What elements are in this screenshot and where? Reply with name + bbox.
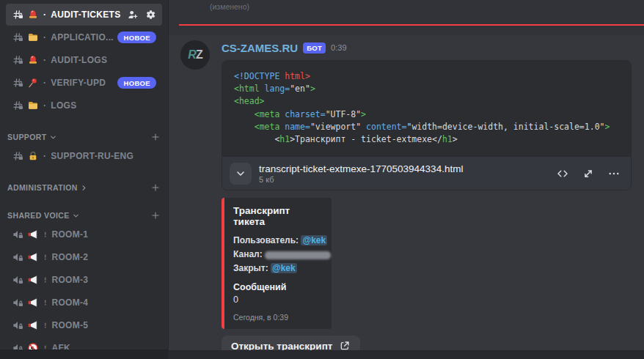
user-panel-strip — [0, 349, 168, 359]
create-channel-plus-icon[interactable] — [150, 182, 161, 193]
embed-field-value: 0 — [233, 295, 323, 305]
create-channel-plus-icon[interactable] — [150, 132, 161, 142]
code-line: <!DOCTYPE html> — [234, 70, 619, 83]
channel-name: LOGS — [51, 100, 76, 111]
code-line: <h1>Транскрипт - ticket-extmexe</h1> — [234, 133, 619, 146]
code-line: <meta name="viewport" content="width=dev… — [234, 121, 619, 133]
channel-verify-upd[interactable]: ·VERIFY-UPDНОВОЕ — [6, 72, 162, 94]
embed-row: Канал: — [233, 248, 323, 262]
channel-name: AUDIT-TICKETS — [51, 10, 120, 20]
channel-name-separator: ⁝ — [44, 298, 47, 308]
voice-channel-room-2[interactable]: ⁝ROOM-2 — [6, 246, 162, 268]
avatar[interactable]: RZ — [180, 40, 210, 70]
file-size: 5 кб — [259, 175, 463, 184]
embed-field-name: Сообщений — [233, 282, 323, 292]
create-channel-button[interactable] — [150, 182, 161, 193]
channel-name-separator: ⁝ — [44, 253, 47, 262]
username[interactable]: CS-ZAMES.RU — [222, 42, 298, 54]
chevron-down-icon — [235, 168, 246, 180]
create-channel-button[interactable] — [150, 210, 161, 221]
chevron-right-icon — [80, 184, 88, 192]
category-support[interactable]: SUPPORT — [0, 130, 168, 144]
channel-applicatio-[interactable]: ·APPLICATIO...НОВОЕ — [6, 26, 162, 48]
category-administration[interactable]: ADMINISTRATION — [0, 180, 168, 195]
text-channel-locked-icon — [12, 77, 23, 89]
megaphone-emoji-icon — [27, 229, 39, 240]
channel-sidebar: ·AUDIT-TICKETS ·APPLICATIO...НОВОЕ ·AUDI… — [0, 0, 169, 359]
message-header: CS-ZAMES.RU БОТ 0:39 — [222, 40, 632, 55]
siren-emoji-icon — [27, 9, 39, 21]
code-line: <meta charset="UTF-8"> — [234, 108, 619, 121]
channel-name: VERIFY-UPD — [51, 78, 106, 88]
code-preview: <!DOCTYPE html><html lang="en"><head> <m… — [222, 61, 631, 156]
text-channel-locked-icon — [12, 9, 23, 21]
embed-row-label: Канал: — [233, 249, 265, 259]
collapse-preview-button[interactable] — [230, 163, 252, 185]
channel-name: ROOM-3 — [52, 275, 89, 285]
channel-audit-logs[interactable]: ·AUDIT-LOGS — [6, 49, 162, 71]
chat-area: (изменено) RZ CS-ZAMES.RU БОТ 0:39 <!DOC… — [169, 0, 644, 359]
voice-channel-locked-icon — [12, 251, 23, 263]
file-actions — [556, 167, 621, 180]
chevron-down-icon — [72, 212, 80, 220]
edit-channel-gear-icon[interactable] — [144, 9, 156, 21]
channel-name-separator: ⁝ — [44, 275, 47, 285]
category-label: SHARED VOICE — [7, 211, 70, 220]
siren-emoji-icon — [27, 54, 39, 66]
channel-name-dot: · — [43, 100, 46, 111]
avatar-letter-z: Z — [196, 48, 202, 62]
embed-row: Закрыт: @kek — [233, 262, 323, 275]
channel-name: ROOM-4 — [52, 297, 89, 308]
create-channel-button[interactable] — [150, 132, 161, 142]
megaphone-emoji-icon — [27, 274, 39, 286]
create-channel-plus-icon[interactable] — [150, 210, 161, 221]
channel-name: APPLICATIO... — [51, 32, 114, 42]
channel-name-dot: · — [43, 55, 46, 65]
embed-row-label: Пользователь: — [233, 235, 301, 245]
channel-audit-tickets[interactable]: ·AUDIT-TICKETS — [6, 4, 162, 26]
expand-preview-button[interactable] — [582, 167, 595, 180]
channel-name: SUPPORT-RU-ENG — [51, 151, 133, 161]
voice-channel-locked-icon — [12, 319, 23, 331]
voice-channel-room-5[interactable]: ⁝ROOM-5 — [6, 314, 162, 336]
folder-emoji-icon — [27, 32, 39, 43]
code-line: <html lang="en"> — [234, 83, 619, 95]
previous-message-edited-label: (изменено) — [210, 2, 249, 11]
more-options-button[interactable] — [607, 167, 621, 180]
voice-channel-room-4[interactable]: ⁝ROOM-4 — [6, 292, 162, 314]
channel-name: ROOM-2 — [52, 252, 89, 262]
embed-title: Транскрипт тикета — [233, 205, 323, 227]
voice-channel-locked-icon — [12, 229, 23, 240]
more-options-icon — [607, 167, 621, 180]
channel-name: AUDIT-LOGS — [51, 55, 107, 65]
file-name: transcript-ticket-extmexe-1770503944334.… — [259, 163, 463, 174]
voice-channel-room-1[interactable]: ⁝ROOM-1 — [6, 223, 162, 245]
chevron-down-icon — [235, 168, 246, 180]
view-code-button[interactable] — [556, 167, 569, 180]
channel-logs[interactable]: ·LOGS — [6, 95, 162, 116]
chevron-down-icon — [49, 133, 57, 141]
discord-app: ·AUDIT-TICKETS ·APPLICATIO...НОВОЕ ·AUDI… — [0, 0, 644, 359]
text-channel-locked-icon — [12, 150, 23, 162]
channel-support-ru-eng[interactable]: ·SUPPORT-RU-ENG — [6, 145, 162, 167]
new-badge: НОВОЕ — [117, 32, 156, 43]
voice-channel-room-3[interactable]: ⁝ROOM-3 — [6, 269, 162, 291]
voice-channel-locked-icon — [12, 297, 23, 308]
invite-members-icon[interactable] — [127, 9, 139, 21]
channel-list: ·AUDIT-TICKETS ·APPLICATIO...НОВОЕ ·AUDI… — [0, 4, 168, 359]
code-line: <head> — [234, 95, 619, 108]
bot-badge: БОТ — [303, 42, 326, 53]
channel-name: ROOM-5 — [52, 320, 89, 330]
embed-footer: Сегодня, в 0:39 — [233, 313, 323, 322]
megaphone-emoji-icon — [27, 297, 39, 308]
channel-name-dot: · — [43, 10, 46, 20]
user-mention[interactable]: @kek — [301, 235, 327, 245]
user-mention[interactable]: @kek — [271, 263, 297, 273]
embed-description: Пользователь: @kekКанал: Закрыт: @kek — [233, 234, 323, 275]
unread-messages-divider — [179, 24, 644, 26]
text-channel-locked-icon — [12, 54, 23, 66]
category-shared-voice[interactable]: SHARED VOICE — [0, 208, 168, 223]
file-bar: transcript-ticket-extmexe-1770503944334.… — [222, 156, 631, 190]
new-badge: НОВОЕ — [117, 77, 156, 89]
bot-message: RZ CS-ZAMES.RU БОТ 0:39 <!DOCTYPE html><… — [169, 35, 644, 350]
